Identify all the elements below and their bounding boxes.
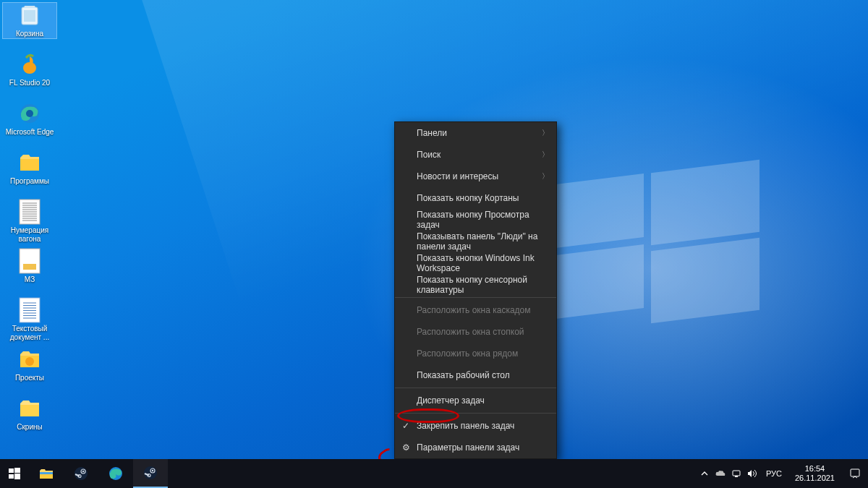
gear-icon: ⚙: [401, 442, 411, 453]
context-menu-item-label: Расположить окна каскадом: [417, 305, 531, 315]
screens-icon: [17, 396, 42, 421]
tray-notifications-icon[interactable]: [842, 459, 868, 488]
svg-point-27: [25, 357, 34, 366]
fl-studio-icon: [17, 52, 42, 77]
desktop-icon-label: Программы: [3, 177, 56, 186]
submenu-arrow-icon: 〉: [542, 171, 549, 181]
text-doc-icon: [17, 298, 42, 322]
desktop-icon-label: Скрины: [3, 423, 56, 432]
svg-rect-17: [23, 264, 36, 270]
context-menu-item: Расположить окна стопкой: [395, 321, 556, 343]
taskbar-edge-button[interactable]: [98, 459, 133, 488]
taskbar-file-explorer-button[interactable]: [29, 459, 64, 488]
ms-edge-icon: [17, 101, 42, 126]
desktop-icon-projects[interactable]: Проекты: [3, 347, 56, 382]
desktop[interactable]: КорзинаFL Studio 20Microsoft EdgeПрограм…: [0, 0, 868, 488]
desktop-icon-label: Корзина: [3, 30, 56, 38]
desktop-icon-label: Нумерация вагона: [3, 226, 56, 244]
context-menu-item-label: Расположить окна рядом: [417, 348, 518, 359]
desktop-icon-mz[interactable]: МЗ: [3, 249, 56, 284]
tray-onedrive-icon[interactable]: [712, 459, 728, 488]
context-menu-separator: [395, 388, 556, 388]
svg-point-42: [152, 470, 153, 471]
svg-rect-31: [9, 474, 14, 479]
desktop-icon-text-doc[interactable]: Текстовый документ ...: [3, 298, 56, 342]
tray-network-icon[interactable]: [728, 459, 744, 488]
svg-rect-45: [735, 476, 738, 477]
desktop-icon-screens[interactable]: Скрины: [3, 396, 56, 432]
projects-icon: [17, 347, 42, 372]
taskbar-steam-2-button[interactable]: [133, 459, 168, 488]
context-menu-item[interactable]: Показать рабочий стол: [395, 364, 556, 386]
svg-rect-44: [733, 471, 740, 476]
context-menu-item[interactable]: ⚙Параметры панели задач: [395, 437, 556, 458]
context-menu-item[interactable]: Показать кнопки Windows Ink Workspace: [395, 252, 556, 274]
context-menu-item-label: Диспетчер задач: [417, 395, 485, 406]
taskbar-steam-1-button[interactable]: [64, 459, 98, 488]
svg-point-40: [144, 466, 157, 479]
wagons-doc-icon: [17, 200, 42, 224]
edge-icon: [109, 466, 123, 481]
context-menu-item[interactable]: Диспетчер задач: [395, 390, 556, 411]
desktop-icon-label: FL Studio 20: [3, 79, 56, 87]
svg-rect-32: [14, 474, 20, 479]
context-menu-item[interactable]: Показать кнопку Кортаны: [395, 187, 556, 209]
context-menu-item-label: Показать кнопки Windows Ink Workspace: [417, 253, 548, 273]
context-menu-item-label: Поиск: [417, 150, 441, 160]
context-menu-item-label: Расположить окна стопкой: [417, 327, 524, 337]
svg-point-35: [75, 467, 88, 480]
context-menu-item-label: Показать кнопку Просмотра задач: [417, 210, 548, 230]
context-menu-item[interactable]: ✓Закрепить панель задач: [395, 415, 556, 437]
svg-rect-34: [40, 472, 53, 474]
taskbar[interactable]: РУС 16:54 26.11.2021: [0, 459, 868, 488]
desktop-icon-fl-studio[interactable]: FL Studio 20: [3, 52, 56, 87]
svg-point-2: [23, 62, 36, 74]
tray-overflow-icon[interactable]: [697, 459, 712, 488]
svg-rect-30: [14, 468, 20, 473]
desktop-icon-ms-edge[interactable]: Microsoft Edge: [3, 101, 56, 137]
tray-clock[interactable]: 16:54 26.11.2021: [788, 464, 842, 483]
tray-language[interactable]: РУС: [760, 469, 788, 478]
svg-rect-46: [851, 469, 859, 476]
context-menu-separator: [395, 297, 556, 298]
programs-icon: [17, 150, 42, 175]
taskbar-start-button[interactable]: [0, 459, 29, 488]
tray-volume-icon[interactable]: [744, 459, 760, 488]
context-menu-item[interactable]: Панели〉: [395, 122, 556, 144]
desktop-icon-recycle-bin[interactable]: Корзина: [3, 3, 56, 38]
context-menu-item-label: Показывать панель "Люди" на панели задач: [417, 231, 548, 252]
context-menu-item[interactable]: Поиск〉: [395, 144, 556, 166]
context-menu-item-label: Показать кнопку сенсорной клавиатуры: [417, 275, 548, 295]
winstart-icon: [9, 468, 20, 479]
context-menu-item: Расположить окна каскадом: [395, 299, 556, 321]
context-menu-item-label: Закрепить панель задач: [417, 421, 514, 431]
steam-icon: [75, 467, 88, 480]
svg-rect-29: [9, 468, 14, 473]
context-menu-item-label: Параметры панели задач: [417, 442, 519, 453]
context-menu-item[interactable]: Показать кнопку сенсорной клавиатуры: [395, 274, 556, 296]
recycle-bin-icon: [17, 3, 42, 27]
taskbar-context-menu[interactable]: Панели〉Поиск〉Новости и интересы〉Показать…: [394, 121, 557, 459]
mz-icon: [17, 249, 42, 273]
check-icon: ✓: [401, 421, 411, 431]
svg-point-4: [26, 110, 33, 117]
context-menu-item-label: Панели: [417, 128, 447, 138]
context-menu-item[interactable]: Новости и интересы〉: [395, 166, 556, 187]
context-menu-separator: [395, 413, 556, 414]
desktop-icon-label: МЗ: [3, 275, 56, 284]
desktop-icon-label: Текстовый документ ...: [3, 325, 56, 342]
tray-date: 26.11.2021: [795, 474, 835, 483]
svg-point-37: [82, 471, 84, 472]
svg-rect-1: [24, 10, 35, 22]
wallpaper-windows-logo: [550, 166, 760, 318]
svg-rect-5: [20, 159, 39, 171]
desktop-icon-programs[interactable]: Программы: [3, 150, 56, 186]
desktop-icon-wagons-doc[interactable]: Нумерация вагона: [3, 200, 56, 244]
submenu-arrow-icon: 〉: [542, 128, 549, 138]
context-menu-item-label: Новости и интересы: [417, 171, 498, 181]
svg-rect-28: [20, 405, 39, 416]
context-menu-item: Расположить окна рядом: [395, 343, 556, 364]
desktop-icon-label: Проекты: [3, 374, 56, 382]
context-menu-item[interactable]: Показывать панель "Люди" на панели задач: [395, 231, 556, 252]
context-menu-item[interactable]: Показать кнопку Просмотра задач: [395, 209, 556, 231]
